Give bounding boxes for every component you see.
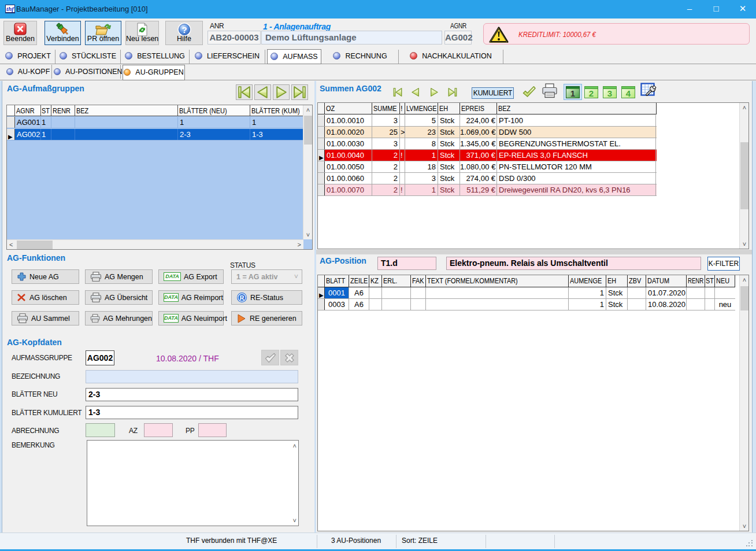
svg-text:?: ? [181, 25, 187, 35]
svg-text:R: R [240, 294, 244, 301]
